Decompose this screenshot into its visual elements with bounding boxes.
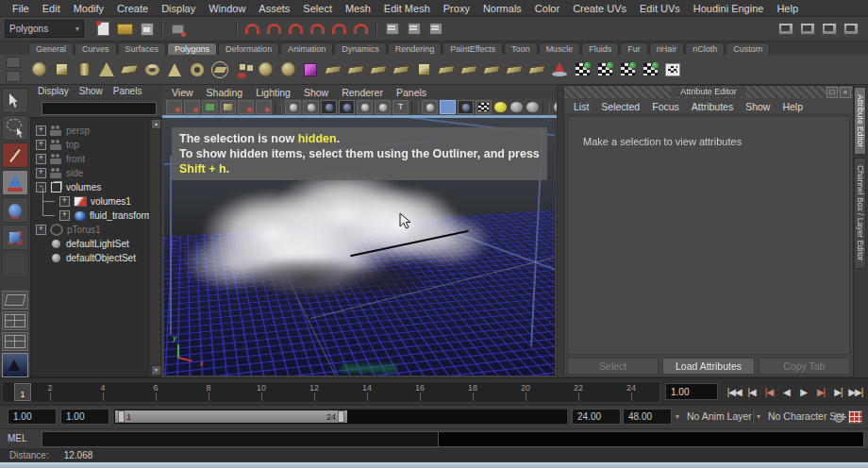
- menu-item[interactable]: File: [6, 2, 36, 15]
- time-slider-track[interactable]: 24681012141618202224 1: [2, 381, 660, 403]
- render-icon[interactable]: [797, 19, 817, 39]
- viewport-menu-item[interactable]: Shading: [207, 87, 243, 98]
- viewport-toolbar-icon[interactable]: [493, 101, 508, 113]
- viewport-toolbar-icon[interactable]: [422, 100, 438, 114]
- attribute-editor-button[interactable]: Select: [567, 358, 659, 375]
- tool-button[interactable]: [2, 225, 28, 250]
- animation-start-field[interactable]: 1.00: [8, 409, 57, 425]
- shelf-tab[interactable]: Muscle: [539, 42, 581, 55]
- shelf-icon[interactable]: [662, 58, 683, 82]
- menu-item[interactable]: Create: [110, 2, 155, 15]
- shelf-icon[interactable]: [640, 58, 660, 82]
- outliner-item[interactable]: defaultLightSet: [31, 237, 160, 251]
- shelf-icon[interactable]: [526, 58, 547, 82]
- status-icon[interactable]: [93, 19, 113, 39]
- layout-button[interactable]: [2, 311, 28, 330]
- render-icon[interactable]: [776, 19, 795, 39]
- shelf-icon[interactable]: [28, 58, 49, 82]
- shelf-icon[interactable]: [209, 58, 230, 82]
- layout-button[interactable]: [2, 353, 28, 377]
- viewport-menu-item[interactable]: Lighting: [256, 87, 291, 98]
- shelf-tab[interactable]: Animation: [280, 42, 333, 55]
- scroll-up-icon[interactable]: ▲: [151, 119, 161, 129]
- layout-button[interactable]: [2, 291, 28, 309]
- playback-end-field[interactable]: 24.00: [572, 409, 621, 425]
- attribute-editor-menu-item[interactable]: Focus: [652, 101, 679, 112]
- shelf-tab[interactable]: Polygons: [167, 42, 217, 55]
- expander-icon[interactable]: [36, 125, 46, 136]
- playback-button[interactable]: ▶▶|: [847, 387, 864, 397]
- attribute-editor-menu-item[interactable]: Selected: [601, 101, 640, 112]
- playback-start-field[interactable]: 1.00: [60, 409, 109, 425]
- status-icon[interactable]: [115, 19, 135, 39]
- attribute-editor-menu-item[interactable]: Show: [745, 101, 770, 112]
- shelf-icon[interactable]: [572, 58, 593, 82]
- menu-item[interactable]: Window: [202, 2, 252, 15]
- menu-item[interactable]: Houdini Engine: [687, 2, 771, 15]
- shelf-tab[interactable]: Rendering: [388, 42, 442, 55]
- viewport-toolbar-icon[interactable]: [476, 100, 492, 114]
- status-icon[interactable]: [264, 19, 284, 39]
- attribute-editor-menu-item[interactable]: Attributes: [692, 101, 733, 112]
- range-end-handle[interactable]: [338, 410, 344, 423]
- range-start-handle[interactable]: [118, 410, 125, 423]
- status-icon[interactable]: [286, 19, 306, 39]
- shelf-icon[interactable]: [549, 58, 570, 82]
- viewport-menu-item[interactable]: Panels: [396, 87, 426, 98]
- shelf-icon[interactable]: [119, 58, 140, 82]
- range-slider-track[interactable]: 1 24: [113, 409, 568, 425]
- outliner-menu-item[interactable]: Show: [79, 86, 103, 99]
- expander-icon[interactable]: [36, 154, 46, 164]
- shelf-icon[interactable]: [504, 58, 525, 82]
- shelf-icon[interactable]: [459, 58, 479, 82]
- shelf-tab[interactable]: Fluids: [581, 42, 619, 55]
- status-icon[interactable]: [373, 19, 380, 38]
- status-icon[interactable]: [351, 19, 371, 39]
- shelf-icon[interactable]: [142, 58, 162, 82]
- viewport-toolbar-icon[interactable]: [303, 100, 319, 114]
- menu-item[interactable]: Color: [528, 2, 566, 15]
- viewport-toolbar-icon[interactable]: [202, 100, 218, 114]
- playback-button[interactable]: |◀: [760, 387, 777, 397]
- tool-button[interactable]: [2, 115, 28, 141]
- viewport-toolbar-icon[interactable]: [458, 100, 474, 114]
- shelf-icon[interactable]: [368, 58, 389, 82]
- shelf-icon[interactable]: [391, 58, 411, 82]
- menu-item[interactable]: Normals: [476, 2, 528, 15]
- viewport-toolbar-icon[interactable]: [542, 101, 550, 114]
- menu-item[interactable]: Assets: [252, 2, 296, 15]
- playback-button[interactable]: ▶|: [812, 387, 829, 397]
- viewport-menu-item[interactable]: Show: [304, 87, 328, 98]
- tool-button[interactable]: [2, 88, 28, 113]
- shelf-tab[interactable]: Fur: [620, 42, 648, 55]
- viewport-toolbar-icon[interactable]: [440, 100, 456, 114]
- outliner-menu-item[interactable]: Panels: [113, 86, 142, 99]
- shelf-tab[interactable]: nCloth: [685, 42, 725, 55]
- range-slider-bar[interactable]: 1 24: [115, 410, 347, 423]
- mel-command-input[interactable]: [42, 431, 440, 447]
- viewport-canvas[interactable]: The selection is now hidden. To show hid…: [164, 118, 555, 376]
- outliner-item[interactable]: pTorus1: [31, 223, 160, 237]
- menu-item[interactable]: Help: [770, 2, 805, 15]
- set-key-icon[interactable]: [834, 412, 843, 422]
- tool-button[interactable]: [2, 197, 28, 223]
- tool-button[interactable]: [2, 252, 28, 277]
- tool-button[interactable]: [2, 142, 28, 168]
- shelf-icon[interactable]: [187, 58, 208, 82]
- shelf-icon[interactable]: [323, 58, 343, 82]
- chevron-down-icon[interactable]: ▾: [676, 412, 679, 421]
- outliner-item[interactable]: persp: [31, 124, 160, 138]
- window-button-icon[interactable]: □: [826, 87, 838, 98]
- menu-item[interactable]: Proxy: [437, 2, 476, 15]
- shelf-tab[interactable]: Deformation: [218, 42, 279, 55]
- shelf-tab[interactable]: PaintEffects: [442, 42, 503, 55]
- outliner-item[interactable]: fluid_transform: [31, 209, 160, 223]
- shelf-tab[interactable]: Toon: [504, 42, 538, 55]
- outliner-item[interactable]: defaultObjectSet: [31, 251, 160, 265]
- layout-button[interactable]: [2, 332, 28, 351]
- status-icon[interactable]: [426, 19, 445, 39]
- status-icon[interactable]: [329, 19, 349, 39]
- attribute-editor-button[interactable]: Copy Tab: [759, 358, 850, 375]
- expander-icon[interactable]: [36, 225, 46, 235]
- shelf-icon[interactable]: [345, 58, 366, 82]
